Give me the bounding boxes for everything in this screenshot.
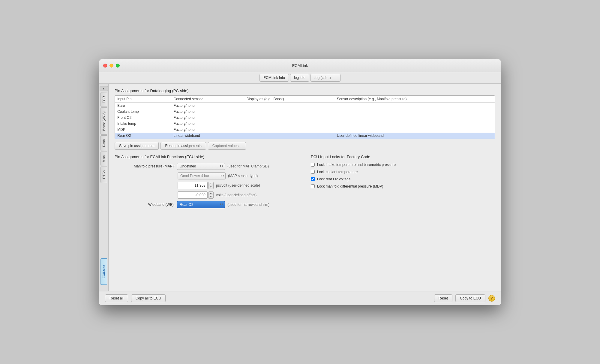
copy-to-ecu-button[interactable]: Copy to ECU <box>455 294 485 302</box>
lock-intake-label: Lock intake temperature and barometric p… <box>317 163 396 167</box>
map-sensor-row: Omni Power 4 bar (MAP sensor type) <box>178 172 299 179</box>
volts-row: ▲ ▼ volts (user-defined offset) <box>178 191 299 199</box>
log-idle-button[interactable]: log idle <box>290 74 309 82</box>
table-row[interactable]: Front O2 Factory/none <box>115 115 495 121</box>
volts-input-wrapper: ▲ ▼ <box>178 191 214 199</box>
scroll-up-button[interactable]: ▲ <box>100 86 108 91</box>
volts-stepper-up[interactable]: ▲ <box>208 192 213 195</box>
psi-input-wrapper: ▲ ▼ <box>178 182 214 189</box>
pin-buttons: Save pin assignments Reset pin assignmen… <box>115 142 495 150</box>
pin-rear-o2: Rear O2 <box>115 133 171 139</box>
ecu-functions-col: Pin Assignments for ECMLink Functions (E… <box>115 155 299 211</box>
window-title: ECMLink <box>292 63 308 68</box>
datalogging-section: Pin Assignments for Datalogging (PC-side… <box>115 89 495 150</box>
table-row[interactable]: Coolant temp Factory/none <box>115 109 495 115</box>
maximize-button[interactable] <box>116 64 120 68</box>
lock-mdp-label: Lock manifold differential pressure (MDP… <box>317 184 383 188</box>
lock-coolant-label: Lock coolant temperature <box>317 170 358 174</box>
map-select-wrapper: Undefined <box>177 163 225 170</box>
sensor-front-o2: Factory/none <box>171 115 244 121</box>
map-sensor-select[interactable]: Omni Power 4 bar <box>178 172 226 179</box>
help-button[interactable]: ? <box>488 295 495 302</box>
psi-stepper-up[interactable]: ▲ <box>208 182 213 185</box>
copy-all-button[interactable]: Copy all to ECU <box>131 294 166 302</box>
sidebar-tab-misc[interactable]: Misc <box>100 152 107 166</box>
psi-stepper-down[interactable]: ▼ <box>208 185 213 189</box>
titlebar: ECMLink <box>99 59 501 72</box>
sidebar-tab-egr[interactable]: EGR <box>100 92 107 107</box>
lock-intake-row: Lock intake temperature and barometric p… <box>311 163 495 167</box>
lock-intake-checkbox[interactable] <box>311 163 315 167</box>
sidebar-ecu-label: ECU-side <box>102 265 106 278</box>
sidebar-tab-dash[interactable]: Dash <box>100 135 107 151</box>
sidebar-tab-boost[interactable]: Boost (WGS) <box>100 107 107 135</box>
pin-coolant: Coolant temp <box>115 109 171 115</box>
sidebar-tab-egr-label: EGR <box>102 96 106 103</box>
wb-row: Wideband (WB): Rear O2 (used for narrowb… <box>115 201 299 208</box>
table-row[interactable]: MDP Factory/none <box>115 127 495 133</box>
col-header-display-as: Display as (e.g., Boost) <box>244 96 334 103</box>
ecmlink-info-button[interactable]: ECMLink Info <box>260 74 289 82</box>
wb-select-wrapper: Rear O2 <box>177 201 225 208</box>
reset-pin-button[interactable]: Reset pin assignments <box>160 142 206 150</box>
volts-stepper: ▲ ▼ <box>208 191 214 199</box>
sidebar-tab-dtcs[interactable]: DTCs <box>100 167 107 183</box>
sidebar-tab-misc-label: Misc <box>102 155 106 162</box>
lock-rear-o2-checkbox[interactable] <box>311 177 315 181</box>
log-file-button[interactable]: .log (cdr...) <box>310 74 340 82</box>
ecu-functions-title: Pin Assignments for ECMLink Functions (E… <box>115 155 299 159</box>
main-window: ECMLink ECMLink Info log idle .log (cdr.… <box>99 59 501 305</box>
bottom-left-buttons: Reset all Copy all to ECU <box>105 294 166 302</box>
pin-front-o2: Front O2 <box>115 115 171 121</box>
pin-baro: Baro <box>115 102 171 109</box>
map-hint: (used for MAF Clamp/SD) <box>227 164 269 168</box>
reset-all-button[interactable]: Reset all <box>105 294 128 302</box>
psi-stepper: ▲ ▼ <box>208 182 214 189</box>
map-label: Manifold pressure (MAP): <box>115 164 175 168</box>
traffic-lights <box>103 64 120 68</box>
captured-values-button[interactable]: Captured values... <box>208 142 246 150</box>
sidebar-tab-dash-label: Dash <box>102 139 106 147</box>
close-button[interactable] <box>103 64 107 68</box>
sensor-intake: Factory/none <box>171 121 244 127</box>
save-pin-button[interactable]: Save pin assignments <box>115 142 159 150</box>
volts-hint: volts (user-defined offset) <box>216 193 256 197</box>
main-layout: ▲ EGR Boost (WGS) Dash Misc DTCs ECU-sid… <box>99 84 501 291</box>
ecu-locks-title: ECU Input Locks for Factory Code <box>311 155 495 159</box>
sensor-baro: Factory/none <box>171 102 244 109</box>
pin-table: Input Pin Connected sensor Display as (e… <box>115 96 495 139</box>
sidebar-tab-boost-label: Boost (WGS) <box>102 111 106 131</box>
minimize-button[interactable] <box>110 64 113 68</box>
sensor-mdp: Factory/none <box>171 127 244 133</box>
pin-intake: Intake temp <box>115 121 171 127</box>
pin-table-container: Input Pin Connected sensor Display as (e… <box>115 95 495 139</box>
datalogging-title: Pin Assignments for Datalogging (PC-side… <box>115 89 495 93</box>
desc-rear-o2: User-defined linear wideband <box>334 133 495 139</box>
sidebar-ecu-tab[interactable]: ECU-side <box>100 258 107 285</box>
wb-hint: (used for narrowband sim) <box>227 203 269 207</box>
table-row[interactable]: Rear O2 Linear wideband User-defined lin… <box>115 133 495 139</box>
map-row: Manifold pressure (MAP): Undefined (used… <box>115 163 299 170</box>
lock-mdp-row: Lock manifold differential pressure (MDP… <box>311 184 495 188</box>
psi-input[interactable] <box>178 182 208 189</box>
table-row[interactable]: Baro Factory/none <box>115 102 495 109</box>
wb-select[interactable]: Rear O2 <box>177 201 225 208</box>
sidebar: ▲ EGR Boost (WGS) Dash Misc DTCs ECU-sid… <box>99 84 109 291</box>
volts-input[interactable] <box>178 191 208 199</box>
content-area: Pin Assignments for Datalogging (PC-side… <box>109 84 501 291</box>
lock-mdp-checkbox[interactable] <box>311 184 315 188</box>
col-header-connected-sensor: Connected sensor <box>171 96 244 103</box>
map-sensor-hint: (MAP sensor type) <box>228 174 258 178</box>
psi-row: ▲ ▼ psi/volt (user-defined scale) <box>178 182 299 189</box>
sidebar-tab-dtcs-label: DTCs <box>102 170 106 179</box>
ecu-locks-col: ECU Input Locks for Factory Code Lock in… <box>311 155 495 211</box>
map-select[interactable]: Undefined <box>177 163 225 170</box>
reset-button[interactable]: Reset <box>434 294 452 302</box>
lock-coolant-row: Lock coolant temperature <box>311 170 495 174</box>
sensor-rear-o2: Linear wideband <box>171 133 244 139</box>
volts-stepper-down[interactable]: ▼ <box>208 195 213 198</box>
psi-hint: psi/volt (user-defined scale) <box>216 183 260 188</box>
table-row[interactable]: Intake temp Factory/none <box>115 121 495 127</box>
bottom-bar: Reset all Copy all to ECU Reset Copy to … <box>99 291 501 305</box>
lock-coolant-checkbox[interactable] <box>311 170 315 174</box>
